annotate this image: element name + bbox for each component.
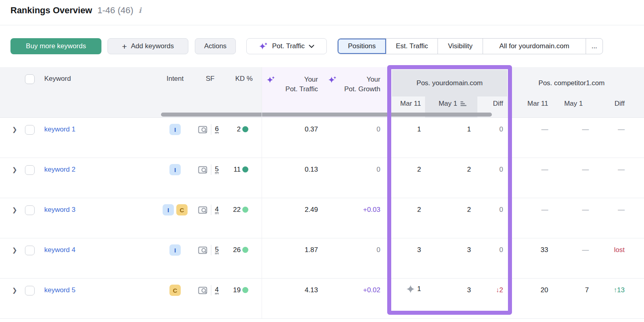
table-header: Keyword Intent SF KD % Your Pot. Traffic… bbox=[0, 67, 644, 118]
serp-feature-star-icon[interactable] bbox=[406, 285, 415, 293]
divider bbox=[211, 164, 211, 175]
serp-features-icon[interactable] bbox=[198, 246, 207, 254]
sparkles-icon bbox=[266, 76, 275, 84]
metric-dropdown-value: Pot. Traffic bbox=[272, 42, 305, 50]
keyword-link[interactable]: keyword 5 bbox=[44, 286, 75, 294]
table-row: ❯ keyword 5 C 4 19 4.13 +0.02 1 3 ↓2 20 … bbox=[0, 279, 644, 319]
tab-all-for-yourdomain[interactable]: All for yourdomain.com bbox=[483, 39, 586, 54]
your-diff-value: ↓2 bbox=[496, 286, 503, 294]
pot-traffic-value: 2.49 bbox=[305, 206, 318, 214]
row-checkbox[interactable] bbox=[25, 165, 35, 175]
your-may1-position: 3 bbox=[467, 246, 471, 254]
keyword-link[interactable]: keyword 1 bbox=[44, 125, 75, 133]
col-header-kd: KD % bbox=[235, 75, 253, 83]
col-header-pot-traffic[interactable]: Your Pot. Traffic bbox=[285, 75, 318, 94]
kd-value: 11 bbox=[233, 166, 241, 174]
tab-positions[interactable]: Positions bbox=[338, 39, 386, 54]
frozen-columns-divider bbox=[262, 67, 262, 319]
page-header: Rankings Overview 1-46 (46) i bbox=[10, 5, 141, 16]
table-row: ❯ keyword 1 I 6 2 0.37 0 1 1 0 — — — bbox=[0, 118, 644, 158]
tab-visibility[interactable]: Visibility bbox=[438, 39, 483, 54]
actions-label: Actions bbox=[204, 42, 227, 50]
tab-more[interactable]: ... bbox=[586, 39, 603, 54]
group-header-competitor1: Pos. competitor1.com bbox=[529, 70, 614, 96]
intent-badge: I bbox=[169, 244, 181, 256]
intent-badge: I bbox=[163, 204, 174, 215]
your-diff-value: 0 bbox=[500, 206, 503, 214]
pot-traffic-line1: Your bbox=[285, 75, 318, 84]
kd-value: 2 bbox=[237, 125, 241, 133]
info-icon[interactable]: i bbox=[138, 6, 141, 14]
title-divider bbox=[0, 25, 644, 25]
row-expander-icon[interactable]: ❯ bbox=[12, 126, 17, 133]
pot-traffic-value: 1.87 bbox=[305, 246, 318, 254]
subcol-your-diff[interactable]: Diff bbox=[493, 100, 503, 108]
col-header-keyword: Keyword bbox=[44, 75, 71, 83]
serp-features-count[interactable]: 5 bbox=[215, 165, 219, 174]
serp-features-cell: 4 bbox=[198, 205, 219, 215]
row-expander-icon[interactable]: ❯ bbox=[12, 206, 17, 213]
serp-features-count[interactable]: 4 bbox=[215, 205, 219, 214]
your-mar11-position: 3 bbox=[417, 246, 421, 254]
pot-growth-line2: Pot. Growth bbox=[344, 84, 380, 94]
subcol-comp-mar11[interactable]: Mar 11 bbox=[527, 100, 548, 108]
kd-value: 22 bbox=[233, 206, 241, 214]
table-row: ❯ keyword 3 I C 4 22 2.49 +0.03 2 2 0 — … bbox=[0, 198, 644, 238]
pot-traffic-value: 4.13 bbox=[305, 286, 318, 294]
subcol-your-may1[interactable]: May 1 bbox=[439, 100, 467, 108]
row-expander-icon[interactable]: ❯ bbox=[12, 166, 17, 173]
comp-may1-position: — bbox=[582, 246, 589, 254]
group-header-yourdomain: Pos. yourdomain.com bbox=[392, 70, 507, 96]
metric-dropdown[interactable]: Pot. Traffic bbox=[246, 38, 327, 54]
horizontal-scrollbar[interactable] bbox=[161, 113, 492, 117]
keyword-link[interactable]: keyword 2 bbox=[44, 166, 75, 174]
view-tabs: Positions Est. Traffic Visibility All fo… bbox=[337, 38, 603, 54]
kd-value: 19 bbox=[233, 286, 241, 294]
keyword-link[interactable]: keyword 3 bbox=[44, 206, 75, 214]
row-expander-icon[interactable]: ❯ bbox=[12, 246, 17, 254]
subcol-comp-may1[interactable]: May 1 bbox=[564, 100, 583, 108]
serp-features-cell: 5 bbox=[198, 245, 219, 255]
row-checkbox[interactable] bbox=[25, 246, 35, 255]
kd-difficulty-dot bbox=[242, 166, 248, 172]
divider bbox=[211, 245, 211, 255]
subcol-your-mar11[interactable]: Mar 11 bbox=[400, 100, 421, 108]
comp-mar11-position: 20 bbox=[541, 286, 548, 294]
intent-badge: C bbox=[169, 285, 181, 296]
row-checkbox[interactable] bbox=[25, 205, 35, 215]
serp-features-count[interactable]: 5 bbox=[215, 246, 219, 254]
intent-cell: I bbox=[161, 124, 189, 135]
serp-features-cell: 6 bbox=[198, 124, 219, 135]
serp-features-count[interactable]: 6 bbox=[215, 125, 219, 134]
add-keywords-button[interactable]: + Add keywords bbox=[107, 38, 188, 54]
kd-difficulty-dot bbox=[242, 287, 248, 293]
actions-button[interactable]: Actions bbox=[195, 38, 236, 54]
subcol-comp-diff[interactable]: Diff bbox=[615, 100, 625, 108]
chevron-down-icon bbox=[309, 45, 314, 48]
intent-badge: C bbox=[176, 204, 188, 215]
intent-badge: I bbox=[169, 124, 181, 135]
serp-features-icon[interactable] bbox=[198, 166, 207, 174]
tab-est-traffic[interactable]: Est. Traffic bbox=[386, 39, 438, 54]
comp-diff-value: — bbox=[618, 166, 625, 174]
comp-may1-position: — bbox=[582, 125, 589, 133]
row-expander-icon[interactable]: ❯ bbox=[12, 287, 17, 294]
buy-more-keywords-button[interactable]: Buy more keywords bbox=[10, 38, 101, 54]
keyword-link[interactable]: keyword 4 bbox=[44, 246, 75, 254]
kd-difficulty-dot bbox=[242, 247, 248, 253]
your-diff-value: 0 bbox=[500, 125, 503, 133]
rankings-overview-page: Rankings Overview 1-46 (46) i Buy more k… bbox=[0, 0, 644, 322]
serp-features-icon[interactable] bbox=[198, 286, 207, 295]
serp-features-icon[interactable] bbox=[198, 206, 207, 214]
row-checkbox[interactable] bbox=[25, 125, 35, 135]
comp-diff-value: — bbox=[618, 125, 625, 133]
select-all-checkbox[interactable] bbox=[25, 74, 35, 84]
col-header-pot-growth[interactable]: Your Pot. Growth bbox=[344, 75, 380, 94]
serp-features-count[interactable]: 4 bbox=[215, 286, 219, 295]
row-checkbox[interactable] bbox=[25, 286, 35, 295]
kd-value: 26 bbox=[233, 246, 241, 254]
divider bbox=[211, 124, 211, 135]
plus-icon: + bbox=[122, 42, 127, 51]
serp-features-icon[interactable] bbox=[198, 125, 207, 134]
intent-badge: I bbox=[169, 164, 181, 175]
